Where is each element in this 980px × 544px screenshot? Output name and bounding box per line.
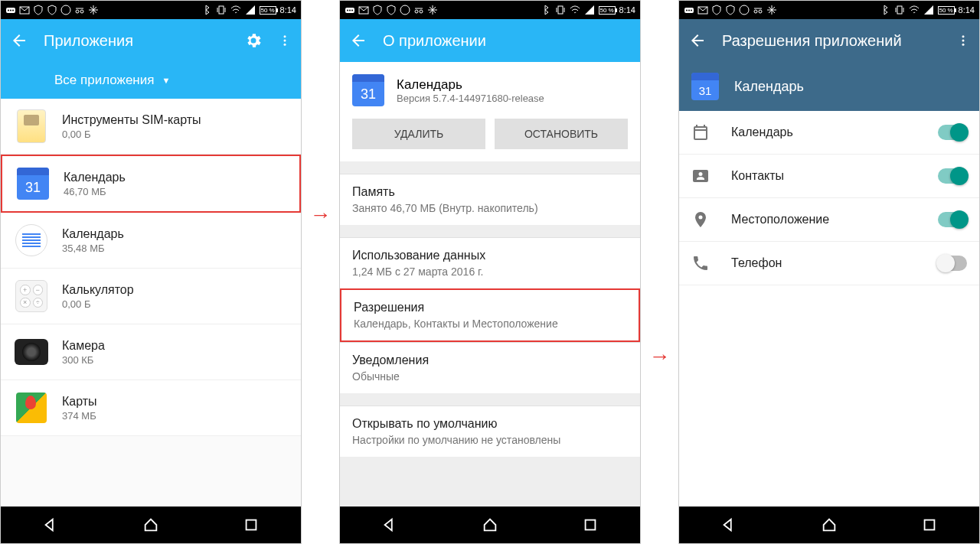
flow-arrow: → bbox=[641, 344, 678, 369]
app-row-maps[interactable]: Карты374 МБ bbox=[1, 380, 301, 436]
perm-toggle[interactable] bbox=[938, 256, 967, 271]
app-row-calendar2[interactable]: Календарь35,48 МБ bbox=[1, 213, 301, 269]
camera-icon bbox=[15, 339, 48, 365]
nav-back-icon[interactable] bbox=[42, 516, 59, 533]
status-bar: 50 % 8:14 bbox=[679, 1, 979, 19]
calendar2-icon bbox=[15, 224, 47, 256]
wifi2-icon bbox=[739, 5, 750, 15]
incognito-icon bbox=[74, 5, 85, 15]
snow-icon bbox=[427, 5, 438, 15]
perm-row-location[interactable]: Местоположение bbox=[679, 198, 979, 242]
svg-point-9 bbox=[284, 35, 286, 37]
svg-point-14 bbox=[347, 10, 348, 11]
contacts-perm-icon bbox=[691, 167, 710, 185]
nav-back-icon[interactable] bbox=[720, 516, 737, 533]
svg-point-11 bbox=[284, 44, 286, 46]
item-subtitle: Занято 46,70 МБ (Внутр. накопитель) bbox=[352, 202, 628, 214]
location-perm-icon bbox=[691, 210, 710, 229]
incognito-icon bbox=[753, 5, 763, 15]
svg-point-19 bbox=[415, 10, 418, 13]
svg-point-26 bbox=[691, 10, 692, 11]
nav-back-icon[interactable] bbox=[381, 516, 398, 533]
back-icon[interactable] bbox=[10, 31, 28, 50]
perm-toggle[interactable] bbox=[938, 125, 967, 140]
open-by-default-item[interactable]: Открывать по умолчанию Настройки по умол… bbox=[340, 406, 640, 457]
app-row-calendar[interactable]: 31 Календарь46,70 МБ bbox=[1, 155, 301, 213]
perm-toggle[interactable] bbox=[938, 212, 967, 227]
signal-icon bbox=[923, 5, 934, 15]
wifi2-icon bbox=[400, 5, 410, 15]
uninstall-button[interactable]: УДАЛИТЬ bbox=[352, 119, 485, 149]
perm-label: Контакты bbox=[731, 169, 938, 183]
shield-icon bbox=[711, 5, 722, 15]
svg-point-2 bbox=[10, 10, 11, 11]
perm-row-contacts[interactable]: Контакты bbox=[679, 155, 979, 198]
gmail-icon bbox=[19, 5, 30, 15]
app-bar: Приложения bbox=[1, 19, 301, 62]
app-size: 374 МБ bbox=[62, 410, 289, 422]
item-title: Использование данных bbox=[352, 249, 628, 262]
svg-point-28 bbox=[740, 5, 749, 15]
app-row-sim[interactable]: Инструменты SIM-карты0,00 Б bbox=[1, 99, 301, 155]
wifi-icon bbox=[230, 5, 241, 15]
app-name: Карты bbox=[62, 395, 289, 409]
svg-point-15 bbox=[349, 10, 351, 11]
apps-list: Инструменты SIM-карты0,00 Б 31 Календарь… bbox=[1, 99, 301, 507]
perm-row-phone[interactable]: Телефон bbox=[679, 242, 979, 285]
nav-recent-icon[interactable] bbox=[921, 516, 938, 533]
nav-home-icon[interactable] bbox=[482, 516, 498, 533]
permissions-item[interactable]: Разрешения Календарь, Контакты и Местопо… bbox=[340, 288, 640, 342]
svg-point-10 bbox=[284, 40, 286, 42]
apps-filter-dropdown[interactable]: Все приложения ▼ bbox=[1, 62, 301, 99]
filter-label: Все приложения bbox=[54, 73, 154, 88]
svg-rect-8 bbox=[219, 6, 224, 14]
notifications-item[interactable]: Уведомления Обычные bbox=[340, 342, 640, 393]
back-icon[interactable] bbox=[688, 31, 707, 50]
calculator-icon: +−×÷ bbox=[15, 280, 47, 312]
overflow-icon[interactable] bbox=[278, 31, 292, 50]
storage-item[interactable]: Память Занято 46,70 МБ (Внутр. накопител… bbox=[340, 174, 640, 225]
app-size: 35,48 МБ bbox=[62, 243, 289, 254]
phone-screen-apps: 50 % 8:14 Приложения Все приложения ▼ Ин… bbox=[0, 0, 302, 544]
app-name: Календарь bbox=[64, 171, 287, 184]
svg-point-3 bbox=[12, 10, 14, 11]
calendar-icon: 31 bbox=[352, 74, 384, 106]
app-row-camera[interactable]: Камера300 КБ bbox=[1, 324, 301, 380]
gmail-icon bbox=[697, 5, 708, 15]
item-subtitle: Настройки по умолчанию не установлены bbox=[352, 434, 628, 446]
data-usage-item[interactable]: Использование данных 1,24 МБ с 27 марта … bbox=[340, 237, 640, 288]
item-title: Открывать по умолчанию bbox=[352, 417, 628, 431]
svg-point-33 bbox=[962, 40, 965, 42]
nav-home-icon[interactable] bbox=[821, 516, 838, 533]
status-bar: 50 % 8:14 bbox=[340, 1, 640, 19]
snow-icon bbox=[88, 5, 99, 15]
app-name: Инструменты SIM-карты bbox=[62, 113, 289, 127]
svg-point-32 bbox=[962, 35, 965, 37]
force-stop-button[interactable]: ОСТАНОВИТЬ bbox=[495, 119, 628, 149]
calendar-icon: 31 bbox=[17, 168, 49, 200]
perm-label: Календарь bbox=[731, 125, 938, 139]
bluetooth-icon bbox=[880, 5, 890, 15]
svg-point-7 bbox=[80, 10, 83, 13]
nav-bar bbox=[1, 507, 301, 543]
perm-row-calendar[interactable]: Календарь bbox=[679, 111, 979, 155]
item-title: Память bbox=[352, 185, 628, 199]
app-bar-title: О приложении bbox=[383, 32, 631, 50]
app-row-calculator[interactable]: +−×÷ Калькулятор0,00 Б bbox=[1, 269, 301, 324]
svg-point-1 bbox=[8, 10, 9, 11]
back-icon[interactable] bbox=[349, 31, 368, 50]
shield-icon bbox=[33, 5, 44, 15]
gear-icon[interactable] bbox=[244, 31, 263, 50]
nav-bar bbox=[340, 507, 640, 543]
bluetooth-icon bbox=[201, 5, 212, 15]
svg-point-29 bbox=[754, 10, 757, 13]
svg-point-6 bbox=[76, 10, 79, 13]
wifi-icon bbox=[570, 5, 580, 15]
vibrate-icon bbox=[216, 5, 227, 15]
overflow-icon[interactable] bbox=[956, 31, 970, 50]
perm-toggle[interactable] bbox=[938, 168, 967, 184]
nav-recent-icon[interactable] bbox=[243, 516, 260, 533]
nav-recent-icon[interactable] bbox=[582, 516, 599, 533]
nav-home-icon[interactable] bbox=[142, 516, 159, 533]
signal-icon bbox=[245, 5, 256, 15]
